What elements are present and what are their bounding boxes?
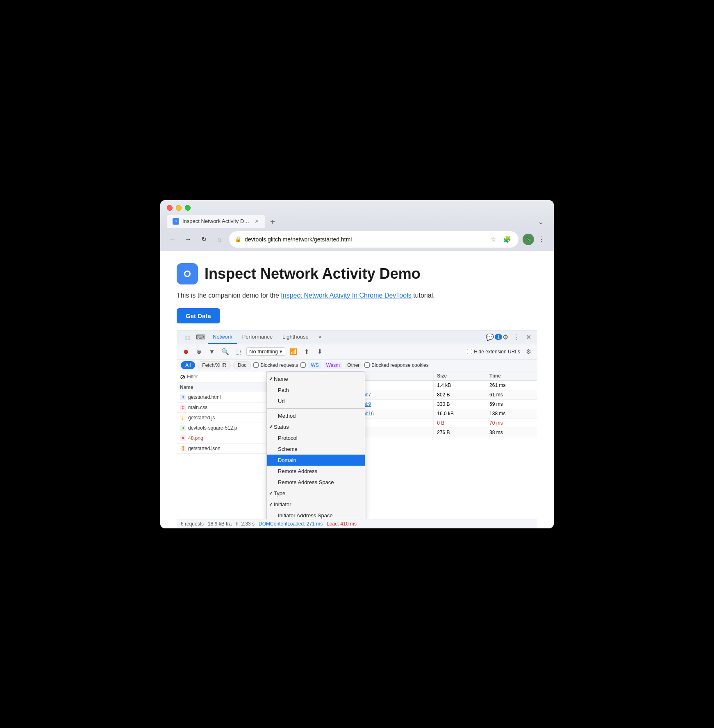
filter-input[interactable]	[187, 374, 263, 380]
filter-button[interactable]: ▼	[207, 347, 217, 357]
html-icon: h	[180, 394, 186, 400]
filter-all[interactable]: All	[181, 361, 195, 369]
list-item[interactable]: ✕ 48.png	[177, 433, 266, 444]
network-settings-button[interactable]: ⚙	[523, 347, 533, 357]
filter-ws[interactable]: WS	[308, 362, 321, 369]
tutorial-link[interactable]: Inspect Network Activity In Chrome DevTo…	[281, 292, 411, 299]
import-button[interactable]: ⬆	[302, 347, 312, 357]
console-messages-button[interactable]: 💬 1	[488, 331, 500, 343]
svg-text:G: G	[175, 220, 177, 223]
maximize-button[interactable]	[185, 205, 191, 211]
menu-item-method[interactable]: Method	[267, 410, 365, 421]
address-input[interactable]: 🔒 devtools.glitch.me/network/getstarted.…	[229, 231, 518, 248]
tab-bar: G Inspect Network Activity Dem × + ⌄	[167, 215, 547, 228]
page-title: Inspect Network Activity Demo	[205, 265, 421, 282]
dom-content-loaded: DOMContentLoaded: 271 ms	[259, 521, 323, 527]
filter-other[interactable]: Other	[345, 362, 362, 369]
devtools-tabs: ⚏ ⌨ Network Performance Lighthouse » 💬 1…	[177, 330, 537, 344]
browser-actions: 🦎 ⋮	[523, 234, 547, 245]
console-icon[interactable]: ⌨	[195, 331, 206, 343]
devtools-settings-button[interactable]: ⚙	[500, 331, 511, 343]
menu-item-remote-address-space[interactable]: Remote Address Space	[267, 477, 365, 488]
menu-item-protocol[interactable]: Protocol	[267, 432, 365, 444]
star-button[interactable]: ☆	[487, 234, 499, 245]
filter-wasm[interactable]: Wasm	[324, 362, 343, 369]
error-icon: ✕	[180, 435, 186, 441]
list-item[interactable]: {} getstarted.json	[177, 444, 266, 454]
refresh-button[interactable]: ↻	[198, 234, 209, 245]
menu-item-status[interactable]: ✓ Status	[267, 421, 365, 432]
list-item[interactable]: j getstarted.js	[177, 413, 266, 423]
filter-fetch-xhr[interactable]: Fetch/XHR	[198, 361, 231, 369]
record-button[interactable]: ⏺	[181, 347, 191, 357]
menu-item-remote-address[interactable]: Remote Address	[267, 466, 365, 477]
network-sidebar: ⊘ Name h getstarted.html c main.css	[177, 371, 267, 519]
menu-item-name[interactable]: ✓ Name	[267, 373, 365, 384]
demo-subtitle: This is the companion demo for the Inspe…	[177, 292, 537, 299]
time-column-header[interactable]: Time	[486, 371, 537, 381]
tab-network[interactable]: Network	[208, 330, 237, 344]
filter-icon: ⊘	[180, 373, 185, 381]
security-icon: 🔒	[235, 236, 241, 242]
devtools-tab-icons: ⚏ ⌨	[180, 331, 208, 343]
json-icon: {}	[180, 446, 186, 451]
block-resp-cookies-label: Blocked response cookies	[364, 362, 428, 368]
devtools-panel: ⚏ ⌨ Network Performance Lighthouse » 💬 1…	[177, 330, 537, 528]
new-tab-button[interactable]: +	[267, 216, 278, 228]
status-bar: 6 requests 18.9 kB tra h: 2.33 s DOMCont…	[177, 519, 537, 528]
search-button[interactable]: 🔍	[220, 347, 230, 357]
column-header-row: Name	[177, 383, 266, 392]
menu-item-scheme[interactable]: Scheme	[267, 444, 365, 455]
wifi-icon[interactable]: 📶	[289, 347, 298, 357]
tab-more[interactable]: »	[314, 330, 326, 344]
tab-title: Inspect Network Activity Dem	[182, 218, 251, 224]
capture-screenshots-button[interactable]: ⬚	[233, 347, 243, 357]
export-button[interactable]: ⬇	[315, 347, 325, 357]
address-actions: ☆ 🧩	[487, 234, 513, 245]
home-button[interactable]: ⌂	[214, 234, 225, 245]
name-column-header: Name	[177, 383, 266, 392]
hide-ext-checkbox[interactable]	[467, 349, 472, 354]
tab-performance[interactable]: Performance	[237, 330, 277, 344]
tab-close-button[interactable]: ×	[254, 218, 259, 225]
filter-doc[interactable]: Doc	[233, 361, 251, 369]
menu-item-url[interactable]: Url	[267, 396, 365, 407]
transferred-size: 18.9 kB tra	[208, 521, 232, 527]
filter-bar: All Fetch/XHR Doc Blocked requests WS Wa…	[177, 359, 537, 371]
throttle-dropdown[interactable]: No throttling ▾	[246, 347, 285, 356]
demo-header: Inspect Network Activity Demo	[177, 263, 537, 284]
extensions-button[interactable]: 🧩	[501, 234, 513, 245]
menu-item-path[interactable]: Path	[267, 384, 365, 396]
active-tab[interactable]: G Inspect Network Activity Dem ×	[167, 215, 265, 228]
menu-item-type[interactable]: ✓ Type	[267, 488, 365, 499]
traffic-lights	[167, 205, 547, 211]
filter-row: ⊘	[177, 371, 266, 383]
elements-icon[interactable]: ⚏	[182, 331, 193, 343]
list-item[interactable]: h getstarted.html	[177, 392, 266, 403]
tab-lighthouse[interactable]: Lighthouse	[277, 330, 314, 344]
clear-button[interactable]: ⊗	[194, 347, 204, 357]
menu-item-initiator[interactable]: ✓ Initiator	[267, 499, 365, 510]
list-item[interactable]: p devtools-square-512.p	[177, 423, 266, 433]
forward-button[interactable]: →	[182, 234, 194, 245]
js-icon: j	[180, 415, 186, 421]
extension-avatar[interactable]: 🦎	[523, 234, 534, 245]
devtools-close-button[interactable]: ✕	[523, 331, 534, 343]
invert-checkbox[interactable]	[300, 362, 306, 368]
chrome-menu-button[interactable]: ⋮	[536, 234, 547, 245]
finish-time: h: 2.33 s	[236, 521, 255, 527]
close-button[interactable]	[167, 205, 173, 211]
devtools-more-button[interactable]: ⋮	[511, 331, 523, 343]
menu-item-initiator-address-space[interactable]: Initiator Address Space	[267, 510, 365, 519]
load-time: Load: 410 ms	[327, 521, 357, 527]
menu-separator	[267, 408, 365, 409]
back-button[interactable]: ←	[167, 234, 178, 245]
get-data-button[interactable]: Get Data	[177, 308, 220, 323]
size-column-header[interactable]: Size	[434, 371, 486, 381]
blocked-requests-checkbox[interactable]	[253, 362, 259, 368]
menu-item-domain[interactable]: Domain	[267, 455, 365, 466]
list-item[interactable]: c main.css	[177, 403, 266, 413]
minimize-button[interactable]	[176, 205, 182, 211]
block-resp-cookies-checkbox[interactable]	[364, 362, 370, 368]
tab-overflow-button[interactable]: ⌄	[534, 216, 547, 228]
